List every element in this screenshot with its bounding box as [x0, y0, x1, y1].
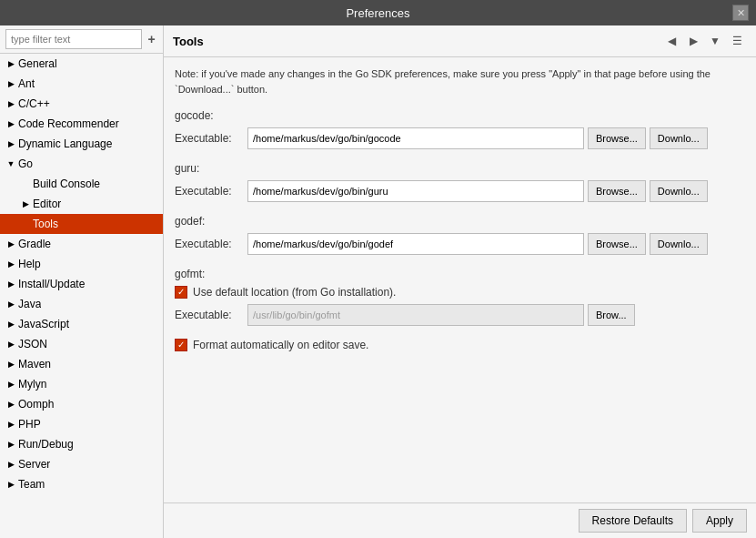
sidebar-item-team[interactable]: ▶Team [0, 474, 163, 494]
sidebar-item-ant[interactable]: ▶Ant [0, 74, 163, 94]
forward-dropdown-button[interactable]: ▶ [683, 31, 703, 51]
sidebar-item-javascript[interactable]: ▶JavaScript [0, 314, 163, 334]
download-button-guru[interactable]: Downlo... [650, 180, 708, 202]
tree: ▶General▶Ant▶C/C++▶Code Recommender▶Dyna… [0, 54, 163, 538]
section-guru: guru:Executable:Browse...Downlo... [175, 162, 745, 202]
exec-row-gofmt: Executable:Brow... [175, 304, 745, 326]
exec-row-gocode: Executable:Browse...Downlo... [175, 127, 745, 149]
filter-input[interactable] [5, 29, 142, 49]
sidebar-item-dynamic-language[interactable]: ▶Dynamic Language [0, 134, 163, 154]
sidebar: + ▶General▶Ant▶C/C++▶Code Recommender▶Dy… [0, 25, 164, 538]
exec-label-guru: Executable: [175, 185, 247, 198]
back-button[interactable]: ◀ [661, 31, 681, 51]
sidebar-item-java[interactable]: ▶Java [0, 294, 163, 314]
sidebar-item-mylyn[interactable]: ▶Mylyn [0, 374, 163, 394]
section-label-godef: godef: [175, 215, 745, 228]
sidebar-item-tools[interactable]: Tools [0, 214, 163, 234]
filter-add-button[interactable]: + [146, 30, 157, 48]
sidebar-item-label-ant: Ant [18, 77, 35, 90]
tree-arrow-dynamic-language: ▶ [5, 138, 16, 149]
tree-arrow-oomph: ▶ [5, 399, 16, 410]
section-label-gofmt: gofmt: [175, 268, 745, 280]
window-title: Preferences [346, 6, 409, 20]
use-default-checkbox-gofmt[interactable] [175, 286, 187, 299]
browse-button-gocode[interactable]: Browse... [588, 127, 646, 149]
dropdown-button[interactable]: ▼ [705, 31, 725, 51]
tree-arrow-gradle: ▶ [5, 239, 16, 249]
sidebar-item-label-gradle: Gradle [18, 238, 51, 250]
sidebar-item-general[interactable]: ▶General [0, 54, 163, 74]
sidebar-item-label-cpp: C/C++ [18, 97, 50, 110]
sidebar-item-editor[interactable]: ▶Editor [0, 194, 163, 214]
tree-arrow-install-update: ▶ [5, 279, 16, 289]
sidebar-item-cpp[interactable]: ▶C/C++ [0, 94, 163, 114]
sidebar-item-server[interactable]: ▶Server [0, 454, 163, 474]
restore-defaults-button[interactable]: Restore Defaults [579, 509, 687, 533]
sidebar-item-oomph[interactable]: ▶Oomph [0, 394, 163, 414]
section-label-gocode: gocode: [175, 109, 745, 122]
sidebar-item-label-maven: Maven [18, 358, 51, 371]
tree-arrow-javascript: ▶ [5, 319, 16, 330]
exec-row-godef: Executable:Browse...Downlo... [175, 233, 745, 255]
format-checkbox-gofmt[interactable] [175, 339, 187, 351]
download-button-gocode[interactable]: Downlo... [650, 127, 708, 149]
sidebar-item-label-run-debug: Run/Debug [18, 438, 74, 451]
sidebar-item-gradle[interactable]: ▶Gradle [0, 234, 163, 254]
section-gocode: gocode:Executable:Browse...Downlo... [175, 109, 745, 149]
close-button[interactable]: ✕ [732, 5, 749, 21]
header-icons: ◀ ▶ ▼ ☰ [661, 31, 747, 51]
sidebar-item-install-update[interactable]: ▶Install/Update [0, 274, 163, 294]
use-default-label-gofmt: Use default location (from Go installati… [193, 286, 396, 299]
sidebar-item-label-install-update: Install/Update [18, 278, 85, 290]
tree-arrow-server: ▶ [5, 459, 16, 470]
exec-row-guru: Executable:Browse...Downlo... [175, 180, 745, 202]
tree-arrow-code-recommender: ▶ [5, 118, 16, 129]
sidebar-item-label-editor: Editor [33, 198, 61, 210]
tree-arrow-general: ▶ [5, 58, 16, 69]
format-label-gofmt: Format automatically on editor save. [193, 339, 368, 351]
browse-button-godef[interactable]: Browse... [588, 233, 646, 255]
exec-input-gocode[interactable] [247, 127, 584, 149]
format-checkbox-row-gofmt: Format automatically on editor save. [175, 339, 745, 351]
tree-arrow-help: ▶ [5, 259, 16, 269]
tree-arrow-maven: ▶ [5, 359, 16, 370]
main-container: + ▶General▶Ant▶C/C++▶Code Recommender▶Dy… [0, 25, 756, 538]
exec-input-guru[interactable] [247, 180, 584, 202]
tree-arrow-php: ▶ [5, 419, 16, 430]
download-button-godef[interactable]: Downlo... [650, 233, 708, 255]
content-body: Note: if you've made any changes in the … [164, 57, 756, 502]
tree-spacer-tools [20, 218, 31, 229]
browse-button-gofmt[interactable]: Brow... [588, 304, 635, 326]
sidebar-item-php[interactable]: ▶PHP [0, 414, 163, 434]
section-godef: godef:Executable:Browse...Downlo... [175, 215, 745, 255]
sidebar-item-go[interactable]: ▼Go [0, 154, 163, 174]
browse-button-guru[interactable]: Browse... [588, 180, 646, 202]
tree-arrow-run-debug: ▶ [5, 439, 16, 450]
sidebar-item-label-build-console: Build Console [33, 178, 100, 190]
sidebar-item-help[interactable]: ▶Help [0, 254, 163, 274]
sidebar-item-label-help: Help [18, 258, 41, 270]
content-footer: Restore Defaults Apply [164, 502, 756, 538]
tree-arrow-team: ▶ [5, 479, 16, 490]
tree-arrow-go: ▼ [5, 158, 16, 169]
sidebar-item-label-team: Team [18, 478, 45, 491]
sidebar-item-label-javascript: JavaScript [18, 318, 69, 330]
apply-button[interactable]: Apply [692, 509, 747, 533]
sidebar-item-maven[interactable]: ▶Maven [0, 354, 163, 374]
sidebar-item-build-console[interactable]: Build Console [0, 174, 163, 194]
exec-label-gofmt: Executable: [175, 309, 247, 321]
tree-spacer-build-console [20, 178, 31, 189]
tree-arrow-json: ▶ [5, 339, 16, 350]
sidebar-item-code-recommender[interactable]: ▶Code Recommender [0, 114, 163, 134]
exec-input-gofmt [247, 304, 584, 326]
sidebar-item-json[interactable]: ▶JSON [0, 334, 163, 354]
filter-bar: + [0, 25, 163, 54]
menu-button[interactable]: ☰ [727, 31, 747, 51]
sidebar-item-run-debug[interactable]: ▶Run/Debug [0, 434, 163, 454]
sidebar-item-label-go: Go [18, 157, 33, 170]
exec-input-godef[interactable] [247, 233, 584, 255]
note-text: Note: if you've made any changes in the … [175, 66, 745, 96]
exec-label-godef: Executable: [175, 238, 247, 250]
content-header: Tools ◀ ▶ ▼ ☰ [164, 25, 756, 57]
tree-arrow-ant: ▶ [5, 78, 16, 89]
